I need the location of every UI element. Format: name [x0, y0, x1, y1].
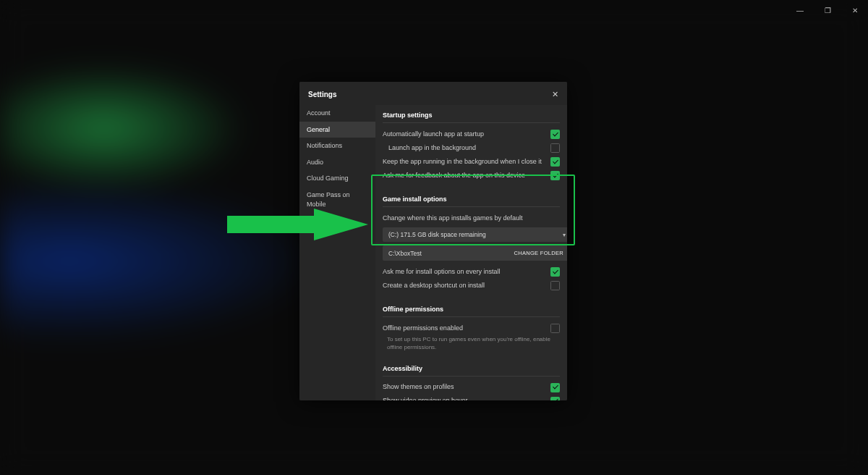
desktop-shortcut-label: Create a desktop shortcut on install [383, 282, 485, 290]
window-close-button[interactable]: ✕ [842, 1, 868, 19]
auto-launch-checkbox[interactable] [550, 130, 560, 139]
modal-title: Settings [308, 91, 336, 98]
startup-section-title: Startup settings [383, 112, 560, 119]
modal-body: Account General Notifications Audio Clou… [299, 105, 567, 400]
offline-enabled-label: Offline permissions enabled [383, 324, 463, 333]
restore-button[interactable]: ❐ [814, 1, 841, 19]
window-controls: — ❐ ✕ [787, 0, 868, 20]
feedback-label: Ask me for feedback about the app on thi… [383, 172, 525, 180]
offline-enabled-checkbox[interactable] [550, 324, 560, 333]
settings-content[interactable]: Startup settings Automatically launch ap… [375, 105, 567, 400]
modal-close-button[interactable]: ✕ [548, 88, 561, 101]
sidebar-item-about[interactable]: About [299, 212, 375, 229]
desktop-shortcut-checkbox[interactable] [550, 281, 560, 290]
sidebar-item-account[interactable]: Account [299, 105, 375, 122]
divider [383, 316, 560, 317]
themes-label: Show themes on profiles [383, 383, 454, 392]
keep-running-checkbox[interactable] [550, 157, 560, 167]
launch-bg-label: Launch app in the background [383, 144, 476, 153]
install-folder-row: C:\XboxTest CHANGE FOLDER [383, 245, 567, 261]
install-section-title: Game install options [383, 196, 560, 203]
minimize-button[interactable]: — [787, 1, 813, 19]
sidebar-item-game-pass-mobile[interactable]: Game Pass on Mobile [299, 187, 375, 212]
modal-header: Settings ✕ [299, 82, 567, 105]
auto-launch-label: Automatically launch app at startup [383, 130, 484, 139]
install-drive-dropdown[interactable]: (C:) 171.5 GB disk space remaining ▾ [383, 227, 567, 242]
change-folder-button[interactable]: CHANGE FOLDER [512, 248, 566, 258]
sidebar-item-audio[interactable]: Audio [299, 154, 375, 171]
sidebar-item-notifications[interactable]: Notifications [299, 138, 375, 154]
ask-every-install-checkbox[interactable] [550, 267, 560, 277]
chevron-down-icon: ▾ [563, 232, 566, 238]
settings-modal: Settings ✕ Account General Notifications… [299, 82, 567, 400]
keep-running-label: Keep the app running in the background w… [383, 158, 542, 167]
video-preview-checkbox[interactable] [550, 397, 560, 400]
divider [383, 122, 560, 123]
install-change-label: Change where this app installs games by … [383, 214, 523, 223]
sidebar-item-cloud-gaming[interactable]: Cloud Gaming [299, 170, 375, 187]
install-drive-selected: (C:) 171.5 GB disk space remaining [388, 231, 486, 238]
settings-sidebar: Account General Notifications Audio Clou… [299, 105, 375, 400]
launch-bg-checkbox[interactable] [550, 143, 560, 153]
divider [383, 206, 560, 207]
offline-section-title: Offline permissions [383, 306, 560, 313]
install-folder-path: C:\XboxTest [388, 250, 422, 257]
sidebar-item-general[interactable]: General [299, 122, 375, 138]
video-preview-label: Show video preview on hover [383, 397, 468, 400]
ask-every-install-label: Ask me for install options on every inst… [383, 268, 501, 277]
themes-checkbox[interactable] [550, 383, 560, 392]
accessibility-section-title: Accessibility [383, 365, 560, 372]
offline-subtext: To set up this PC to run games even when… [383, 336, 560, 352]
feedback-checkbox[interactable] [550, 171, 560, 180]
divider [383, 376, 560, 377]
